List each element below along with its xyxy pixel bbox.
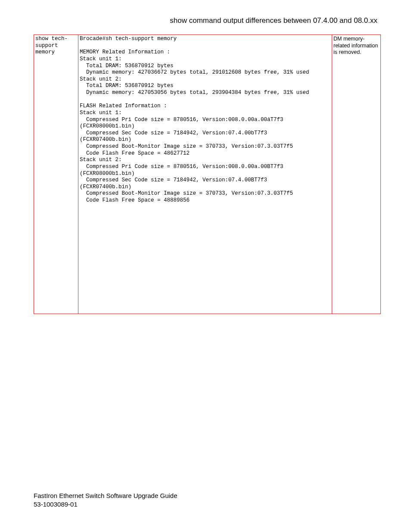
diff-table: show tech- support memory Brocade#sh tec… bbox=[34, 34, 381, 314]
table-row: show tech- support memory Brocade#sh tec… bbox=[34, 35, 381, 314]
command-cell: show tech- support memory bbox=[34, 35, 78, 314]
output-cell: Brocade#sh tech-support memory MEMORY Re… bbox=[78, 35, 332, 314]
page-header-title: show command output differences between … bbox=[34, 16, 377, 25]
footer-doc-number: 53-1003089-01 bbox=[34, 500, 177, 509]
note-cell: DM memory-related information is removed… bbox=[332, 35, 381, 314]
document-page: show command output differences between … bbox=[0, 0, 411, 532]
footer-guide-title: FastIron Ethernet Switch Software Upgrad… bbox=[34, 492, 177, 500]
page-footer: FastIron Ethernet Switch Software Upgrad… bbox=[34, 492, 177, 509]
